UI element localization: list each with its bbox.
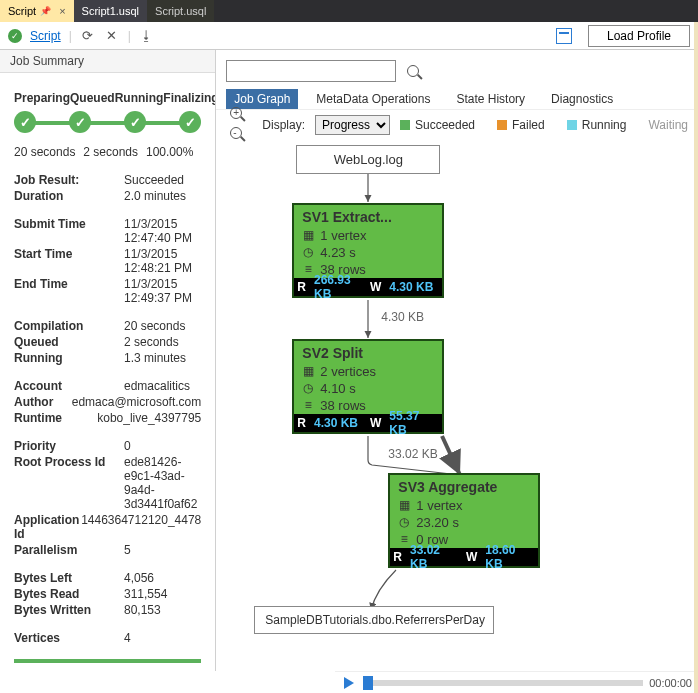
kv-key: Parallelism bbox=[14, 543, 124, 557]
tab-label: Script.usql bbox=[155, 5, 206, 17]
legend: Succeeded Failed Running Waiting bbox=[400, 118, 688, 132]
tab-label: Script bbox=[8, 5, 36, 17]
search-icon bbox=[407, 65, 419, 77]
kv-key: Duration bbox=[14, 189, 124, 203]
display-select[interactable]: Progress bbox=[315, 115, 390, 135]
kv-row: Duration2.0 minutes bbox=[14, 189, 201, 203]
stage-label: Finalizing bbox=[163, 91, 216, 105]
stage-dot-icon bbox=[69, 111, 91, 133]
graph-sink-node[interactable]: SampleDBTutorials.dbo.ReferrersPerDay bbox=[254, 606, 494, 634]
graph-canvas[interactable]: WebLog.log SV1 Extract... ▦1 vertex ◷4.2… bbox=[216, 140, 698, 671]
refresh-icon[interactable]: ⟳ bbox=[80, 28, 96, 44]
kv-key: Root Process Id bbox=[14, 455, 124, 511]
kv-row: Queued2 seconds bbox=[14, 335, 201, 349]
tab-script[interactable]: Script 📌 × bbox=[0, 0, 74, 22]
toolbar: Script | ⟳ ✕ | ⭳ Load Profile bbox=[0, 22, 698, 50]
tab-script-usql[interactable]: Script.usql bbox=[147, 0, 214, 22]
kv-row: Bytes Left4,056 bbox=[14, 571, 201, 585]
tab-script1-usql[interactable]: Script1.usql bbox=[74, 0, 147, 22]
kv-value: 1446364712120_4478 bbox=[81, 513, 201, 541]
graph-node-sv1[interactable]: SV1 Extract... ▦1 vertex ◷4.23 s ≡38 row… bbox=[292, 203, 444, 298]
kv-value: edmacalitics bbox=[124, 379, 201, 393]
kv-key: Account bbox=[14, 379, 124, 393]
edge-label: 4.30 KB bbox=[381, 310, 424, 324]
kv-row: Priority0 bbox=[14, 439, 201, 453]
kv-value: 20 seconds bbox=[124, 319, 201, 333]
kv-value: 11/3/2015 12:48:21 PM bbox=[124, 247, 201, 275]
kv-value: Succeeded bbox=[124, 173, 201, 187]
stage-label: Queued bbox=[70, 91, 115, 105]
search-button[interactable] bbox=[402, 60, 424, 82]
graph-edges bbox=[216, 140, 698, 671]
kv-row: Job Result:Succeeded bbox=[14, 173, 201, 187]
stage-label: Running bbox=[115, 91, 164, 105]
vertex-icon: ▦ bbox=[398, 497, 410, 514]
play-button[interactable] bbox=[341, 675, 357, 691]
script-link[interactable]: Script bbox=[30, 29, 61, 43]
time-icon: ◷ bbox=[302, 244, 314, 261]
graph-node-sv2[interactable]: SV2 Split ▦2 vertices ◷4.10 s ≡38 rows R… bbox=[292, 339, 444, 434]
tab-label: Script1.usql bbox=[82, 5, 139, 17]
stage-progress: Preparing Queued Running Finalizing bbox=[14, 91, 201, 133]
tab-state-history[interactable]: State History bbox=[448, 89, 533, 109]
graph-node-sv3[interactable]: SV3 Aggregate ▦1 vertex ◷23.20 s ≡0 row … bbox=[388, 473, 540, 568]
kv-row: Running1.3 minutes bbox=[14, 351, 201, 365]
stage-dot-icon bbox=[124, 111, 146, 133]
kv-row: Runtimekobo_live_4397795 bbox=[14, 411, 201, 425]
graph-source-node[interactable]: WebLog.log bbox=[296, 145, 440, 174]
kv-key: Job Result: bbox=[14, 173, 124, 187]
kv-value: 4 bbox=[124, 631, 201, 645]
kv-key: Vertices bbox=[14, 631, 124, 645]
load-profile-button[interactable]: Load Profile bbox=[588, 25, 690, 47]
stage-value: 2 seconds bbox=[83, 145, 138, 159]
kv-row: Bytes Written80,153 bbox=[14, 603, 201, 617]
time-icon: ◷ bbox=[398, 514, 410, 531]
kv-value: kobo_live_4397795 bbox=[97, 411, 201, 425]
display-label: Display: bbox=[262, 118, 305, 132]
kv-key: Bytes Written bbox=[14, 603, 124, 617]
legend-swatch-running bbox=[567, 120, 577, 130]
tab-metadata-operations[interactable]: MetaData Operations bbox=[308, 89, 438, 109]
kv-row: Submit Time11/3/2015 12:47:40 PM bbox=[14, 217, 201, 245]
kv-value: edmaca@microsoft.com bbox=[72, 395, 202, 409]
cancel-icon[interactable]: ✕ bbox=[104, 28, 120, 44]
kv-value: 2.0 minutes bbox=[124, 189, 201, 203]
node-title: SV2 Split bbox=[294, 341, 442, 363]
stage-value: 100.00% bbox=[146, 145, 193, 159]
vertex-icon: ▦ bbox=[302, 227, 314, 244]
tab-diagnostics[interactable]: Diagnostics bbox=[543, 89, 621, 109]
search-input[interactable] bbox=[226, 60, 396, 82]
scroll-strip bbox=[694, 22, 698, 693]
seek-slider[interactable] bbox=[363, 680, 643, 686]
kv-key: End Time bbox=[14, 277, 124, 305]
tab-job-graph[interactable]: Job Graph bbox=[226, 89, 298, 109]
play-icon bbox=[344, 677, 354, 689]
kv-value: 311,554 bbox=[124, 587, 201, 601]
job-summary-header: Job Summary bbox=[0, 50, 215, 73]
stage-value: 20 seconds bbox=[14, 145, 75, 159]
right-tabs: Job Graph MetaData Operations State Hist… bbox=[216, 88, 698, 110]
kv-key: Bytes Read bbox=[14, 587, 124, 601]
kv-row: Bytes Read311,554 bbox=[14, 587, 201, 601]
kv-key: Application Id bbox=[14, 513, 81, 541]
kv-value: 4,056 bbox=[124, 571, 201, 585]
legend-swatch-succeeded bbox=[400, 120, 410, 130]
kv-row: Application Id1446364712120_4478 bbox=[14, 513, 201, 541]
kv-value: 11/3/2015 12:47:40 PM bbox=[124, 217, 201, 245]
node-title: SV3 Aggregate bbox=[390, 475, 538, 497]
stage-label: Preparing bbox=[14, 91, 70, 105]
kv-row: Authoredmaca@microsoft.com bbox=[14, 395, 201, 409]
close-icon[interactable]: × bbox=[59, 5, 65, 17]
zoom-in-button[interactable]: + bbox=[230, 107, 246, 123]
kv-value: 2 seconds bbox=[124, 335, 201, 349]
kv-key: Compilation bbox=[14, 319, 124, 333]
rows-icon: ≡ bbox=[302, 397, 314, 414]
edge-label: 33.02 KB bbox=[388, 447, 437, 461]
download-icon[interactable]: ⭳ bbox=[139, 28, 155, 44]
job-summary-pane: Job Summary Preparing Queued Running Fin… bbox=[0, 50, 216, 671]
kv-key: Author bbox=[14, 395, 72, 409]
playback-bar: 00:00:00 bbox=[335, 671, 698, 693]
feedback-icon[interactable] bbox=[556, 28, 572, 44]
seek-knob[interactable] bbox=[363, 676, 373, 690]
time-icon: ◷ bbox=[302, 380, 314, 397]
